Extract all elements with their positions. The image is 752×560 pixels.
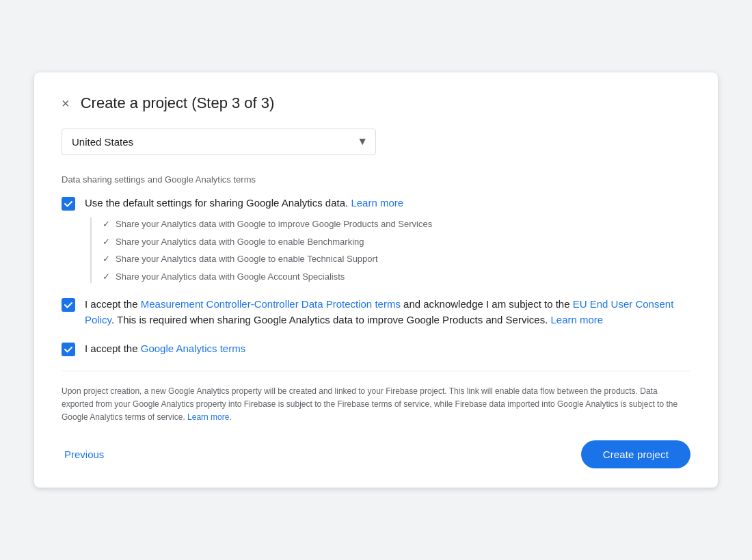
dialog-footer: Previous Create project	[62, 440, 690, 468]
checkbox-3-before: I accept the	[85, 343, 138, 354]
footnote-text: Upon project creation, a new Google Anal…	[62, 386, 677, 422]
checkbox-3[interactable]	[62, 343, 75, 356]
country-select-container: United States United Kingdom Canada Aust…	[62, 129, 376, 155]
checkbox-2-text: I accept the Measurement Controller-Cont…	[85, 297, 690, 328]
checkbox-2-after: . This is required when sharing Google A…	[111, 314, 548, 325]
sub-item-2-text: Share your Analytics data with Google to…	[116, 235, 364, 249]
country-select-wrapper: United States United Kingdom Canada Aust…	[62, 129, 690, 155]
create-project-button[interactable]: Create project	[581, 440, 690, 468]
section-label: Data sharing settings and Google Analyti…	[62, 174, 690, 185]
checkbox-1[interactable]	[62, 197, 75, 211]
sub-item-3: ✓ Share your Analytics data with Google …	[103, 252, 432, 266]
checkmark-icon-1: ✓	[103, 217, 110, 231]
checkbox-3-text: I accept the Google Analytics terms	[85, 341, 245, 357]
checkmark-icon-3: ✓	[103, 252, 110, 266]
previous-button[interactable]: Previous	[62, 443, 107, 466]
create-project-dialog: × Create a project (Step 3 of 3) United …	[34, 72, 718, 488]
checkmark-icon-2: ✓	[103, 235, 110, 249]
checkbox-2-middle-text: and acknowledge I am subject to the	[403, 298, 570, 310]
checkbox-2[interactable]	[62, 298, 75, 312]
checkbox-default-sharing: Use the default settings for sharing Goo…	[62, 196, 690, 284]
sub-item-1: ✓ Share your Analytics data with Google …	[103, 217, 432, 231]
dialog-title: Create a project (Step 3 of 3)	[81, 94, 275, 112]
measurement-controller-link[interactable]: Measurement Controller-Controller Data P…	[141, 298, 401, 310]
checkbox-analytics-terms: I accept the Google Analytics terms	[62, 341, 690, 357]
learn-more-link-1[interactable]: Learn more	[351, 197, 403, 209]
close-icon[interactable]: ×	[62, 96, 70, 110]
checkbox-1-text: Use the default settings for sharing Goo…	[85, 196, 432, 284]
checkbox-2-before: I accept the	[85, 298, 138, 310]
checkbox-measurement-controller: I accept the Measurement Controller-Cont…	[62, 297, 690, 328]
sub-item-2: ✓ Share your Analytics data with Google …	[103, 235, 432, 249]
footnote-learn-more-link[interactable]: Learn more	[187, 412, 229, 422]
footnote-period: .	[229, 412, 231, 422]
divider	[62, 371, 690, 371]
checkbox-1-label: Use the default settings for sharing Goo…	[85, 197, 348, 209]
footnote: Upon project creation, a new Google Anal…	[62, 385, 690, 425]
dialog-header: × Create a project (Step 3 of 3)	[62, 94, 690, 112]
google-analytics-terms-link[interactable]: Google Analytics terms	[141, 343, 245, 354]
sub-item-4-text: Share your Analytics data with Google Ac…	[116, 270, 345, 284]
sub-item-1-text: Share your Analytics data with Google to…	[116, 217, 432, 231]
sub-items-list: ✓ Share your Analytics data with Google …	[90, 217, 432, 283]
learn-more-link-2[interactable]: Learn more	[550, 314, 603, 325]
country-select[interactable]: United States United Kingdom Canada Aust…	[62, 129, 376, 155]
sub-item-4: ✓ Share your Analytics data with Google …	[103, 270, 432, 284]
sub-item-3-text: Share your Analytics data with Google to…	[116, 252, 378, 266]
checkmark-icon-4: ✓	[103, 270, 110, 284]
